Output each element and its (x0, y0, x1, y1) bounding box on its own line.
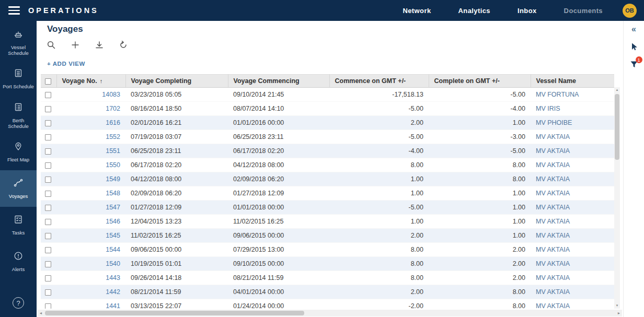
voyage-number-link[interactable]: 1616 (106, 119, 120, 126)
voyage-number-link[interactable]: 1544 (106, 246, 120, 253)
table-row[interactable]: 1408303/23/2018 05:0509/10/2014 21:45-17… (41, 88, 614, 102)
table-row[interactable]: 154409/06/2015 00:0007/29/2015 13:008.00… (41, 243, 614, 257)
table-row[interactable]: 170208/16/2014 18:5008/07/2014 14:10-5.0… (41, 102, 614, 116)
download-icon[interactable] (94, 40, 105, 50)
vessel-name-link[interactable]: MV IRIS (536, 105, 560, 112)
vertical-scroll-thumb[interactable] (615, 94, 619, 160)
help-icon[interactable]: ? (13, 297, 24, 309)
search-icon[interactable] (46, 40, 56, 50)
avatar[interactable]: OB (623, 4, 637, 18)
filter-icon[interactable]: 1 (629, 60, 639, 69)
voyage-number-link[interactable]: 1540 (106, 260, 120, 267)
collapse-panel-icon[interactable]: « (631, 25, 636, 33)
reset-icon[interactable] (118, 40, 129, 50)
voyage-number-link[interactable]: 1551 (106, 147, 120, 155)
row-checkbox[interactable] (45, 177, 51, 183)
sidebar-item-tasks[interactable]: Tasks (0, 207, 37, 243)
table-row[interactable]: 155106/25/2018 23:1106/17/2018 02:20-4.0… (41, 144, 614, 158)
table-row[interactable]: 144103/13/2015 22:0701/24/2014 00:00-2.0… (41, 299, 614, 309)
horizontal-scrollbar[interactable]: ◄ ► (38, 310, 622, 316)
voyage-number-link[interactable]: 1548 (106, 190, 120, 197)
row-checkbox[interactable] (45, 261, 51, 267)
row-checkbox[interactable] (45, 148, 51, 155)
voyage-number-link[interactable]: 1442 (106, 288, 120, 296)
row-checkbox[interactable] (45, 219, 51, 225)
vessel-name-link[interactable]: MV AKTAIA (536, 232, 570, 239)
voyage-number-link[interactable]: 1550 (106, 161, 120, 169)
row-checkbox[interactable] (45, 120, 51, 126)
scroll-left-icon[interactable]: ◄ (38, 310, 44, 316)
vessel-name-link[interactable]: MV AKTAIA (536, 288, 570, 296)
vertical-scrollbar[interactable]: ▲ ▼ (614, 87, 620, 309)
vessel-name-link[interactable]: MV AKTAIA (536, 302, 570, 309)
vessel-name-link[interactable]: MV AKTAIA (536, 260, 570, 267)
row-checkbox[interactable] (45, 275, 51, 281)
sidebar-item-alerts[interactable]: Alerts (0, 243, 37, 280)
row-checkbox[interactable] (45, 233, 51, 239)
table-row[interactable]: 154802/09/2018 06:2001/27/2018 12:091.00… (41, 186, 614, 201)
column-header-voyage-commencing[interactable]: Voyage Commencing (228, 75, 329, 88)
row-checkbox[interactable] (45, 191, 51, 197)
table-row[interactable]: 155207/19/2018 03:0706/25/2018 23:11-5.0… (41, 130, 614, 144)
voyage-number-link[interactable]: 1702 (106, 105, 120, 112)
vessel-name-link[interactable]: MV AKTAIA (536, 218, 570, 225)
vessel-name-link[interactable]: MV AKTAIA (536, 161, 570, 169)
voyage-number-link[interactable]: 1549 (106, 175, 120, 183)
nav-network[interactable]: Network (402, 7, 431, 15)
column-header-voyage-no[interactable]: Voyage No.↑ (56, 75, 125, 88)
table-row[interactable]: 154904/12/2018 08:0002/09/2018 06:201.00… (41, 172, 614, 186)
row-checkbox[interactable] (45, 289, 51, 296)
voyage-number-link[interactable]: 1552 (106, 133, 120, 140)
voyage-number-link[interactable]: 1441 (106, 302, 120, 309)
table-row[interactable]: 154701/27/2018 12:0901/01/2018 00:00-5.0… (41, 201, 614, 215)
add-view-link[interactable]: + ADD VIEW (47, 61, 85, 67)
voyage-number-link[interactable]: 1547 (106, 204, 120, 211)
table-row[interactable]: 154511/02/2015 16:2509/06/2015 00:002.00… (41, 229, 614, 243)
vessel-name-link[interactable]: MV FORTUNA (536, 91, 579, 98)
vessel-name-link[interactable]: MV AKTAIA (536, 190, 570, 197)
sidebar-item-berth-schedule[interactable]: Berth Schedule (0, 97, 37, 134)
column-header-voyage-completing[interactable]: Voyage Completing (125, 75, 228, 88)
vessel-name-link[interactable]: MV AKTAIA (536, 175, 570, 183)
table-row[interactable]: 154612/04/2015 13:2311/02/2015 16:251.00… (41, 215, 614, 229)
vessel-name-link[interactable]: MV AKTAIA (536, 147, 570, 155)
column-header-vessel-name[interactable]: Vessel Name (531, 75, 614, 88)
row-checkbox[interactable] (45, 247, 51, 253)
nav-analytics[interactable]: Analytics (458, 7, 490, 15)
table-row[interactable]: 154010/19/2015 01:0109/10/2015 00:008.00… (41, 257, 614, 271)
sidebar-item-fleet-map[interactable]: Fleet Map (0, 134, 37, 170)
voyage-number-link[interactable]: 1546 (106, 218, 120, 225)
vessel-name-link[interactable]: MV AKTAIA (536, 246, 570, 253)
nav-documents[interactable]: Documents (564, 7, 603, 15)
voyage-number-link[interactable]: 1443 (106, 274, 120, 281)
select-all-checkbox[interactable] (45, 78, 51, 85)
table-row[interactable]: 161602/01/2016 16:2101/01/2016 00:002.00… (41, 116, 614, 130)
vessel-name-link[interactable]: MV PHOIBE (536, 119, 572, 126)
column-header-complete-gmt[interactable]: Complete on GMT +/- (429, 75, 531, 88)
sidebar-item-port-schedule[interactable]: Port Schedule (0, 61, 37, 97)
table-row[interactable]: 144309/26/2014 14:1808/21/2014 11:598.00… (41, 271, 614, 285)
row-checkbox[interactable] (45, 92, 51, 98)
hamburger-menu-icon[interactable] (8, 6, 20, 15)
column-header-commence-gmt[interactable]: Commence on GMT +/- (329, 75, 429, 88)
nav-inbox[interactable]: Inbox (518, 7, 537, 15)
table-row[interactable]: 155006/17/2018 02:2004/12/2018 08:008.00… (41, 158, 614, 172)
voyage-number-link[interactable]: 1545 (106, 232, 120, 239)
vessel-name-link[interactable]: MV AKTAIA (536, 133, 570, 140)
row-checkbox[interactable] (45, 303, 51, 309)
scroll-right-icon[interactable]: ► (616, 310, 622, 316)
sidebar-item-voyages[interactable]: Voyages (0, 170, 37, 207)
vessel-name-link[interactable]: MV AKTAIA (536, 274, 570, 281)
voyage-number-link[interactable]: 14083 (102, 91, 120, 98)
vessel-name-link[interactable]: MV AKTAIA (536, 204, 570, 211)
add-icon[interactable] (70, 40, 80, 50)
scroll-up-icon[interactable]: ▲ (614, 87, 620, 93)
horizontal-scroll-thumb[interactable] (45, 311, 304, 315)
row-checkbox[interactable] (45, 205, 51, 211)
table-row[interactable]: 144208/21/2014 11:5904/01/2014 00:002.00… (41, 285, 614, 299)
row-checkbox[interactable] (45, 134, 51, 140)
scroll-down-icon[interactable]: ▼ (614, 303, 620, 309)
sidebar-item-vessel-schedule[interactable]: Vessel Schedule (0, 24, 37, 61)
pointer-tool-icon[interactable] (629, 42, 639, 51)
row-checkbox[interactable] (45, 106, 51, 112)
